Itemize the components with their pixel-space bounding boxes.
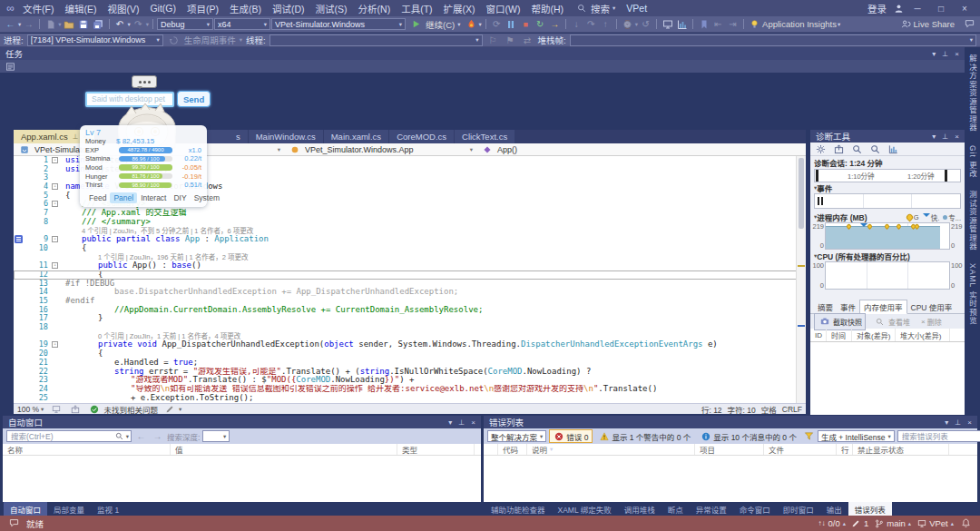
tool-tab-断点[interactable]: 断点 xyxy=(662,502,690,516)
fold-box-icon[interactable]: - xyxy=(52,262,58,269)
task-list-icon[interactable] xyxy=(4,60,17,74)
document-tab-Main.xaml.cs[interactable]: Main.xaml.cs xyxy=(324,130,388,143)
window-menu-icon[interactable]: ▾ xyxy=(932,133,936,141)
zoom-select[interactable]: 100 % ▾ xyxy=(17,405,44,414)
pin-icon[interactable]: ⊥ xyxy=(942,50,948,58)
menu-item-文件F[interactable]: 文件(F) xyxy=(17,2,59,15)
continue-button[interactable]: 继续(C)▾ xyxy=(407,17,463,31)
process-combo[interactable]: [7184] VPet-Simulator.Windows ▾ xyxy=(27,34,163,46)
document-tab-CoreMOD.cs[interactable]: CoreMOD.cs xyxy=(389,130,454,143)
undo-icon[interactable]: ↶ xyxy=(113,17,127,31)
notifications-bell-icon[interactable] xyxy=(959,516,973,530)
menu-search[interactable]: 搜索 ▾ xyxy=(569,2,621,15)
diag-tab-事件[interactable]: 事件 xyxy=(837,300,859,313)
cpu-header[interactable]: ▾ CPU (所有处理器的百分比) xyxy=(810,250,965,261)
menu-item-扩展X[interactable]: 扩展(X) xyxy=(438,2,481,15)
take-snapshot-button[interactable]: 截取快照 xyxy=(814,313,866,330)
save-all-icon[interactable] xyxy=(92,17,105,31)
selection-handle[interactable] xyxy=(816,170,818,182)
nav-forward-icon[interactable]: → xyxy=(22,17,35,31)
table-column-ID[interactable]: ID xyxy=(810,329,827,341)
breadcrumb-member[interactable]: App() xyxy=(476,143,806,155)
feedback-speech-icon[interactable] xyxy=(7,516,21,530)
right-tab-解决方案资源管理器[interactable]: 解决方案资源管理器 xyxy=(967,54,978,133)
autos-column-名称[interactable]: 名称 xyxy=(3,444,171,455)
error-column-文件[interactable]: 文件 xyxy=(764,444,837,455)
fold-box-icon[interactable]: - xyxy=(52,341,58,348)
message-filter-icon[interactable] xyxy=(803,429,815,443)
pet-tab-Feed[interactable]: Feed xyxy=(85,192,110,203)
timeline-ruler[interactable]: 1:10分钟1:20分钟 xyxy=(814,169,961,182)
zoom-in-icon[interactable] xyxy=(850,143,864,156)
warnings-filter-button[interactable]: 显示 1 个警告中的 0 个 xyxy=(595,430,694,442)
pet-tab-System[interactable]: System xyxy=(191,192,223,203)
chart-icon[interactable] xyxy=(887,143,900,156)
scrollbar-thumb[interactable] xyxy=(799,158,804,229)
menu-vpet[interactable]: VPet xyxy=(621,3,652,14)
flag-icon[interactable]: ⚐ xyxy=(486,34,500,47)
undo-group-icon[interactable]: ↺ xyxy=(639,17,652,31)
tool-tab-输出[interactable]: 输出 xyxy=(820,502,848,516)
git-sync-status[interactable]: ↑↓ 0/0 ▴ xyxy=(818,518,845,528)
error-column-icon[interactable] xyxy=(484,444,498,455)
cpu-chart[interactable] xyxy=(825,261,950,290)
minimize-button[interactable]: ─ xyxy=(906,4,929,14)
window-menu-icon[interactable]: ▾ xyxy=(932,50,936,58)
live-share-label[interactable]: Live Share xyxy=(914,19,955,29)
messages-filter-button[interactable]: 显示 10 个消息中的 0 个 xyxy=(697,430,800,442)
menu-item-项目P[interactable]: 项目(P) xyxy=(181,2,224,15)
stop-debug-icon[interactable]: ■ xyxy=(519,17,533,31)
view-heap-button[interactable]: 查看堆 xyxy=(869,313,914,330)
column-indicator[interactable]: 字符: 10 xyxy=(728,404,756,415)
error-column-说明[interactable]: 说明▾ xyxy=(527,444,695,455)
right-tab-Git 更改[interactable]: Git 更改 xyxy=(967,145,978,178)
pet-tab-Interact[interactable]: Interact xyxy=(137,192,170,203)
new-file-icon[interactable] xyxy=(44,17,57,31)
tasks-panel-titlebar[interactable]: 任务 ▾ ⊥ × xyxy=(0,47,965,60)
menu-item-测试S[interactable]: 测试(S) xyxy=(310,2,353,15)
git-branch-status[interactable]: main ▴ xyxy=(874,518,911,528)
step-out-icon[interactable]: ↑ xyxy=(599,17,612,31)
step-over-icon[interactable]: ↷ xyxy=(584,17,598,31)
profile-icon[interactable] xyxy=(892,2,906,15)
diagnostics-titlebar[interactable]: 诊断工具▾⊥× xyxy=(810,130,965,143)
fold-box-icon[interactable]: - xyxy=(52,201,58,207)
autos-column-值[interactable]: 值 xyxy=(171,444,397,455)
git-repo-status[interactable]: VPet ▴ xyxy=(916,518,954,528)
fold-box-icon[interactable]: - xyxy=(52,183,58,190)
nav-back-icon[interactable]: ← xyxy=(134,429,148,443)
tool-tab-异常设置[interactable]: 异常设置 xyxy=(690,502,733,516)
memory-header[interactable]: ▾ 进程内存 (MB)G快.专... xyxy=(810,211,965,222)
tool-tab-错误列表[interactable]: 错误列表 xyxy=(848,502,892,516)
platform-combo[interactable]: x64▾ xyxy=(214,18,270,30)
fold-box-icon[interactable]: - xyxy=(52,157,58,163)
autos-titlebar[interactable]: 自动窗口 ▾ ⊥ × xyxy=(3,416,481,428)
pet-tab-DIY[interactable]: DIY xyxy=(170,192,190,203)
menu-item-视图V[interactable]: 视图(V) xyxy=(102,2,144,15)
diag-tab-CPU 使用率[interactable]: CPU 使用率 xyxy=(907,300,956,313)
tool-tab-即时窗口[interactable]: 即时窗口 xyxy=(777,502,820,516)
table-column-时间[interactable]: 时间 xyxy=(827,329,852,341)
sign-in-link[interactable]: 登录 xyxy=(862,2,892,15)
scope-filter-combo[interactable]: 整个解决方案 ▾ xyxy=(487,430,546,442)
error-column-禁止显示状态[interactable]: 禁止显示状态 xyxy=(853,444,949,455)
autos-search-input[interactable] xyxy=(9,431,113,442)
next-bookmark-icon[interactable]: ⇥ xyxy=(726,17,740,31)
menu-item-帮助H[interactable]: 帮助(H) xyxy=(525,2,569,15)
close-icon[interactable]: × xyxy=(471,418,475,427)
right-tab-测试资源管理器[interactable]: 测试资源管理器 xyxy=(967,191,978,251)
swap-threads-icon[interactable]: ⇄ xyxy=(521,34,534,47)
error-search[interactable]: ▾ xyxy=(897,430,980,442)
menu-item-分析N[interactable]: 分析(N) xyxy=(353,2,397,15)
diagnostics-table-body[interactable] xyxy=(810,342,965,415)
error-list-body[interactable] xyxy=(484,456,977,502)
redo-icon[interactable]: ↷ xyxy=(132,17,145,31)
settings-gear-icon[interactable] xyxy=(814,143,828,156)
delete-button[interactable]: ×删除 xyxy=(917,315,946,329)
autos-search[interactable]: ▾ xyxy=(6,430,132,442)
tool-tab-调用堆栈[interactable]: 调用堆栈 xyxy=(618,502,662,516)
line-indicator[interactable]: 行: 12 xyxy=(701,404,722,415)
menu-item-编辑E[interactable]: 编辑(E) xyxy=(59,2,102,15)
document-outline-icon[interactable] xyxy=(49,402,63,416)
lifecycle-label[interactable]: 生命周期事件 xyxy=(184,34,236,46)
